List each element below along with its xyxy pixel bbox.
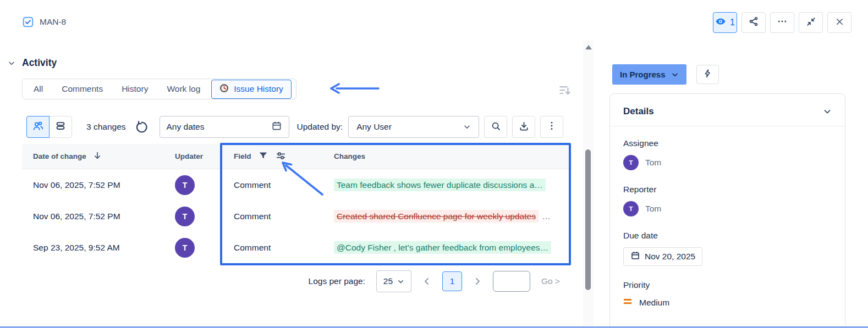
activity-section-header: Activity bbox=[8, 57, 57, 69]
chevron-down-icon[interactable] bbox=[823, 107, 832, 116]
tab-history[interactable]: History bbox=[122, 84, 148, 94]
row-field: Comment bbox=[223, 243, 323, 253]
group-by-user-toggle[interactable] bbox=[26, 116, 50, 138]
scrollbar[interactable] bbox=[583, 41, 594, 328]
calendar-icon bbox=[630, 251, 640, 263]
search-button[interactable] bbox=[484, 116, 507, 138]
table-header: Date of change Updater Field Changes bbox=[22, 144, 572, 169]
column-changes-label: Changes bbox=[334, 152, 365, 160]
due-date-label: Due date bbox=[623, 231, 832, 241]
close-button[interactable] bbox=[827, 12, 851, 33]
avatar[interactable]: T bbox=[175, 207, 195, 226]
eye-icon bbox=[715, 16, 726, 29]
issue-key: MAN-8 bbox=[40, 17, 66, 27]
share-icon bbox=[748, 16, 759, 29]
scrollbar-up-arrow[interactable] bbox=[585, 45, 592, 49]
watchers-button[interactable]: 1 bbox=[713, 12, 737, 33]
go-to-page-input[interactable] bbox=[493, 271, 530, 292]
chevron-down-icon[interactable] bbox=[8, 59, 15, 67]
list-view-toggle[interactable] bbox=[49, 116, 72, 138]
kebab-icon bbox=[546, 120, 557, 134]
filter-funnel-icon[interactable] bbox=[258, 151, 268, 163]
date-filter-value: Any dates bbox=[167, 122, 205, 132]
reporter-label: Reporter bbox=[623, 185, 832, 194]
activity-title: Activity bbox=[22, 57, 57, 69]
field-settings-sliders-icon[interactable] bbox=[275, 150, 287, 163]
row-date: Sep 23, 2025, 9:52 AM bbox=[22, 243, 164, 253]
collapse-button[interactable] bbox=[799, 12, 823, 33]
column-field: Field bbox=[223, 150, 323, 163]
row-field: Comment bbox=[223, 212, 323, 221]
search-icon bbox=[490, 120, 502, 134]
ellipsis-icon bbox=[777, 16, 788, 29]
change-removed-text[interactable]: Created shared Confluence page for weekl… bbox=[334, 210, 539, 223]
priority-value[interactable]: Medium bbox=[623, 298, 832, 308]
page-size-select[interactable]: 25 bbox=[376, 270, 411, 292]
priority-text: Medium bbox=[639, 298, 669, 308]
user-filter-value: Any User bbox=[356, 122, 392, 132]
user-filter-select[interactable]: Any User bbox=[348, 116, 479, 138]
avatar[interactable]: T bbox=[175, 238, 195, 258]
calendar-icon bbox=[271, 120, 282, 134]
rows-icon bbox=[54, 120, 67, 134]
refresh-icon[interactable] bbox=[135, 120, 149, 134]
share-button[interactable] bbox=[741, 12, 766, 33]
download-icon bbox=[518, 120, 530, 134]
details-header[interactable]: Details bbox=[623, 106, 832, 117]
history-table: Date of change Updater Field Changes Nov… bbox=[22, 144, 572, 263]
history-toolbar: 3 changes Any dates Updated by: Any User bbox=[26, 116, 563, 138]
details-panel: Details Assignee T Tom Reporter T Tom Du… bbox=[609, 93, 845, 328]
table-row[interactable]: Nov 06, 2025, 7:52 PM T Comment Team fee… bbox=[22, 169, 572, 201]
table-row[interactable]: Sep 23, 2025, 9:52 AM T Comment @Cody Fi… bbox=[22, 232, 572, 263]
sort-down-icon[interactable] bbox=[93, 151, 102, 162]
changes-count: 3 changes bbox=[86, 122, 126, 132]
change-added-text[interactable]: @Cody Fisher , let’s gather feedback fro… bbox=[334, 241, 551, 254]
current-page-button[interactable]: 1 bbox=[442, 271, 462, 291]
export-button[interactable] bbox=[512, 116, 535, 138]
prev-page-icon[interactable] bbox=[422, 277, 431, 286]
kebab-menu-button[interactable] bbox=[540, 116, 563, 138]
details-title: Details bbox=[623, 106, 654, 117]
reporter-value[interactable]: T Tom bbox=[623, 201, 832, 216]
row-field: Comment bbox=[223, 180, 323, 190]
date-filter[interactable]: Any dates bbox=[160, 116, 289, 138]
chevron-down-icon bbox=[397, 278, 404, 285]
assignee-value[interactable]: T Tom bbox=[623, 155, 832, 170]
updated-by-label: Updated by: bbox=[297, 122, 343, 132]
more-actions-button[interactable] bbox=[770, 12, 794, 33]
tab-issue-history[interactable]: Issue History bbox=[211, 80, 292, 99]
column-field-label: Field bbox=[234, 152, 251, 160]
column-updater-label: Updater bbox=[175, 152, 203, 160]
change-added-text[interactable]: Team feedback shows fewer duplicate disc… bbox=[334, 179, 546, 191]
column-date-of-change[interactable]: Date of change bbox=[22, 151, 164, 162]
logs-per-page-label: Logs per page: bbox=[309, 276, 365, 286]
next-page-icon[interactable] bbox=[473, 277, 482, 286]
status-label: In Progress bbox=[620, 70, 666, 79]
activity-tabs: All Comments History Work log Issue Hist… bbox=[22, 79, 296, 99]
avatar[interactable]: T bbox=[175, 175, 195, 195]
status-dropdown[interactable]: In Progress bbox=[612, 64, 686, 85]
clock-icon bbox=[219, 84, 229, 95]
tab-work-log[interactable]: Work log bbox=[167, 84, 200, 94]
window-actions: 1 bbox=[713, 12, 851, 33]
tab-comments[interactable]: Comments bbox=[62, 84, 103, 94]
tab-all[interactable]: All bbox=[34, 84, 43, 94]
divider bbox=[610, 126, 845, 126]
due-date-value[interactable]: Nov 20, 2025 bbox=[623, 247, 702, 266]
automation-button[interactable] bbox=[696, 65, 719, 84]
breadcrumb[interactable]: MAN-8 bbox=[22, 16, 66, 28]
priority-medium-icon bbox=[623, 298, 633, 308]
change-suffix: … bbox=[540, 212, 551, 221]
sort-order-icon[interactable] bbox=[558, 83, 572, 99]
chevron-down-icon bbox=[671, 71, 679, 79]
avatar: T bbox=[623, 201, 639, 216]
scrollbar-thumb[interactable] bbox=[585, 149, 591, 290]
go-button[interactable]: Go > bbox=[541, 276, 560, 286]
table-row[interactable]: Nov 06, 2025, 7:52 PM T Comment Created … bbox=[22, 201, 572, 232]
assignee-name: Tom bbox=[645, 158, 661, 168]
row-date: Nov 06, 2025, 7:52 PM bbox=[22, 180, 164, 190]
column-date-label: Date of change bbox=[33, 152, 86, 160]
reporter-name: Tom bbox=[645, 204, 661, 214]
tab-issue-history-label: Issue History bbox=[234, 84, 283, 94]
pagination: Logs per page: 25 1 Go > bbox=[22, 270, 560, 292]
